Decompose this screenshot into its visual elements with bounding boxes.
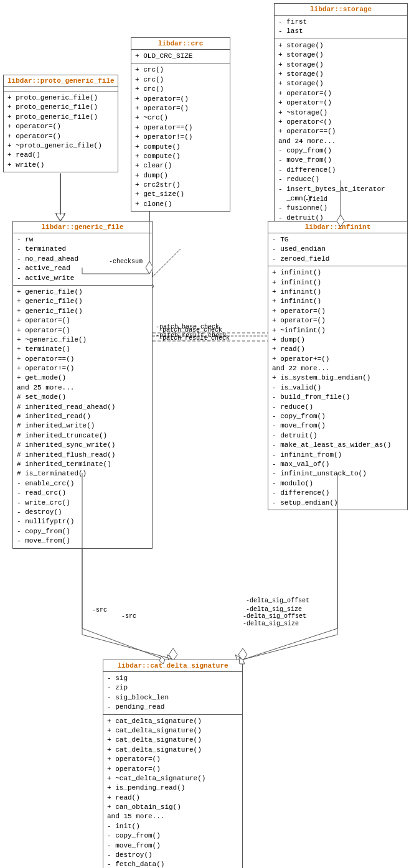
generic-file-methods: + generic_file() + generic_file() + gene…: [13, 286, 152, 548]
proto-generic-file-methods: + proto_generic_file() + proto_generic_f…: [4, 91, 118, 172]
svg-line-9: [82, 635, 174, 660]
field-conn-label: -field: [305, 196, 327, 203]
checksum-conn-label: -checksum: [109, 258, 143, 265]
cat-delta-signature-fields: - sig - zip - sig_block_len - pending_re…: [103, 672, 242, 715]
crc-box: libdar::crc + OLD_CRC_SIZE + crc() + crc…: [131, 37, 230, 212]
infinint-box: libdar::infinint - TG - used_endian - ze…: [268, 221, 408, 510]
infinint-methods: + infinint() + infinint() + infinint() +…: [268, 266, 407, 510]
patch-base-conn-label: -patch_base_check: [156, 324, 219, 330]
proto-generic-file-box: libdar::proto_generic_file + proto_gener…: [3, 75, 118, 172]
storage-methods: + storage() + storage() + storage() + st…: [275, 39, 407, 244]
svg-marker-20: [238, 648, 247, 661]
src-label: -src: [121, 613, 136, 620]
patch-result-conn-label: -patch_result_check: [156, 332, 227, 339]
delta-sig-offset-label: -delta_sig_offset: [243, 613, 306, 620]
crc-static: + OLD_CRC_SIZE: [131, 50, 230, 63]
delta-size-conn-label: -delta_sig_size: [246, 606, 302, 613]
svg-line-16: [149, 249, 181, 280]
cat-delta-signature-methods: + cat_delta_signature() + cat_delta_sign…: [103, 715, 242, 868]
svg-marker-6: [56, 213, 65, 221]
delta-sig-size-label: -delta_sig_size: [243, 620, 299, 627]
crc-title: libdar::crc: [131, 38, 230, 50]
svg-marker-19: [169, 648, 177, 661]
generic-file-title: libdar::generic_file: [13, 222, 152, 233]
svg-line-32: [243, 628, 337, 660]
svg-line-29: [82, 628, 165, 660]
svg-line-12: [243, 635, 337, 660]
infinint-fields: - TG - used_endian - zeroed_field: [268, 233, 407, 266]
storage-box: libdar::storage - first - last + storage…: [274, 3, 408, 245]
crc-methods: + crc() + crc() + crc() + operator=() + …: [131, 63, 230, 211]
proto-generic-file-empty: [4, 87, 118, 91]
storage-fields: - first - last: [275, 16, 407, 39]
generic-file-box: libdar::generic_file - rw - terminated -…: [12, 221, 153, 549]
cat-delta-signature-title: libdar::cat_delta_signature: [103, 660, 242, 672]
cat-delta-signature-box: libdar::cat_delta_signature - sig - zip …: [103, 660, 243, 868]
proto-generic-file-title: libdar::proto_generic_file: [4, 75, 118, 87]
delta-offset-conn-label: -delta_sig_offset: [246, 597, 309, 604]
storage-title: libdar::storage: [275, 4, 407, 16]
infinint-title: libdar::infinint: [268, 222, 407, 233]
src-conn-label: -src: [92, 607, 107, 614]
